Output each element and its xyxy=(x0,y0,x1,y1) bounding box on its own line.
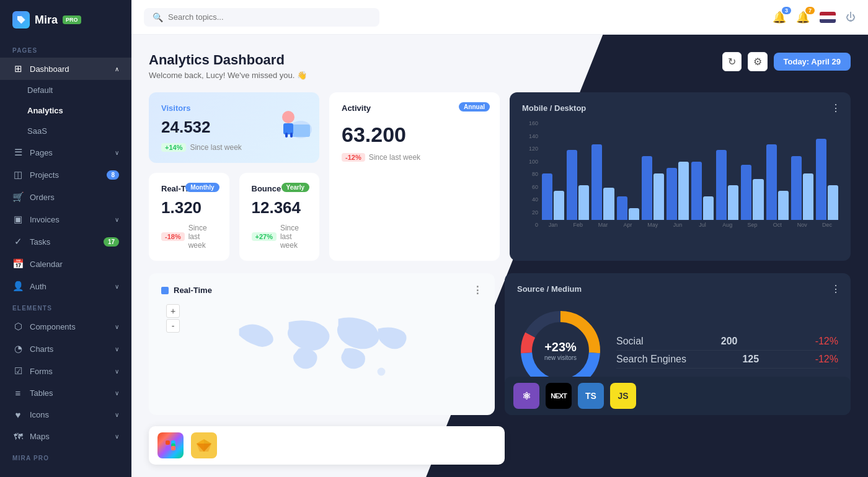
sidebar-item-tasks[interactable]: ✓ Tasks 17 xyxy=(0,230,131,253)
map-label: Real-Time xyxy=(174,286,212,295)
second-row: Real-Time ⋮ + - xyxy=(149,273,851,415)
sidebar-item-default[interactable]: Default xyxy=(0,80,131,100)
sidebar-label-invoices: Invoices xyxy=(30,215,60,224)
sidebar-item-pages[interactable]: ☰ Pages ∨ xyxy=(0,141,131,164)
visitors-card: Visitors 24.532 +14% Since last week xyxy=(149,92,319,163)
visitors-pct: +14% xyxy=(161,143,186,152)
search-box[interactable]: 🔍 xyxy=(144,8,379,27)
sidebar-label-calendar: Calendar xyxy=(30,260,63,269)
sidebar-item-projects[interactable]: ◫ Projects 8 xyxy=(0,164,131,186)
svg-point-6 xyxy=(378,368,386,376)
source-table: Social 200 -12% Search Engines 125 -12% xyxy=(616,333,838,369)
forms-icon: ☑ xyxy=(12,365,24,377)
realtime-map-card: Real-Time ⋮ + - xyxy=(149,273,495,415)
bar-desktop xyxy=(791,156,802,220)
filter-button[interactable]: ⚙ xyxy=(748,52,768,71)
chart-menu-button[interactable]: ⋮ xyxy=(831,102,841,114)
charts-icon: ◔ xyxy=(12,343,24,354)
sidebar-item-invoices[interactable]: ▣ Invoices ∨ xyxy=(0,208,131,230)
svg-rect-4 xyxy=(285,133,288,138)
page-title: Analytics Dashboard xyxy=(149,52,307,68)
source-val-search: 125 xyxy=(742,354,759,365)
icons-icon: ♥ xyxy=(12,409,24,420)
svg-rect-5 xyxy=(290,133,293,138)
date-button[interactable]: Today: April 29 xyxy=(774,53,851,71)
sidebar-item-components[interactable]: ⬡ Components ∨ xyxy=(0,315,131,338)
sidebar-item-analytics[interactable]: Analytics xyxy=(0,100,131,121)
power-button[interactable]: ⏻ xyxy=(846,12,856,23)
sidebar: Mira PRO PAGES ⊞ Dashboard ∧ Default Ana… xyxy=(0,0,131,477)
bar-desktop xyxy=(591,144,602,220)
bar-group: Jul xyxy=(691,162,714,228)
alerts-button[interactable]: 🔔 7 xyxy=(796,11,810,24)
bar-month-label: Jan xyxy=(549,222,558,228)
refresh-button[interactable]: ↻ xyxy=(722,52,742,71)
svg-rect-1 xyxy=(291,125,310,137)
source-name-search: Search Engines xyxy=(616,354,686,365)
sidebar-label-pages: Pages xyxy=(30,148,53,157)
bar-group: Aug xyxy=(716,150,738,228)
app-logo: Mira PRO xyxy=(0,0,131,40)
sidebar-item-charts[interactable]: ◔ Charts ∨ xyxy=(0,338,131,360)
sidebar-item-saas[interactable]: SaaS xyxy=(0,121,131,141)
tech-redux-icon: ⚛ xyxy=(513,383,539,409)
donut-label: new visitors xyxy=(544,354,577,361)
bar-group: Sep xyxy=(741,165,763,228)
sidebar-label-icons: Icons xyxy=(30,410,49,419)
sidebar-label-auth: Auth xyxy=(30,282,46,291)
auth-icon: 👤 xyxy=(12,281,24,292)
bar-mobile xyxy=(554,191,564,220)
bar-desktop xyxy=(642,156,652,220)
sidebar-item-orders[interactable]: 🛒 Orders xyxy=(0,186,131,208)
mobile-desktop-card: Mobile / Desktop ⋮ 160 140 120 100 80 60… xyxy=(510,92,851,261)
notifications-button[interactable]: 🔔 3 xyxy=(773,11,786,24)
bar-month-label: Feb xyxy=(574,222,583,228)
sidebar-item-calendar[interactable]: 📅 Calendar xyxy=(0,253,131,275)
app-name: Mira xyxy=(35,14,58,27)
sidebar-item-auth[interactable]: 👤 Auth ∨ xyxy=(0,275,131,297)
source-val-social: 200 xyxy=(721,336,738,347)
dashboard-header: Analytics Dashboard Welcome back, Lucy! … xyxy=(149,52,851,80)
svg-rect-11 xyxy=(166,440,170,445)
sidebar-item-dashboard[interactable]: ⊞ Dashboard ∧ xyxy=(0,58,131,80)
logo-icon xyxy=(12,11,30,28)
sidebar-label-tasks: Tasks xyxy=(30,237,50,247)
orders-icon: 🛒 xyxy=(12,191,24,203)
sidebar-item-tables[interactable]: ≡ Tables ∨ xyxy=(0,382,131,404)
bar-group: Nov xyxy=(791,156,813,228)
sidebar-item-maps[interactable]: 🗺 Maps ∨ xyxy=(0,426,131,447)
map-zoom-out[interactable]: - xyxy=(166,319,180,333)
activity-value: 63.200 xyxy=(342,123,487,147)
tables-icon: ≡ xyxy=(12,388,24,398)
bar-chart-container: 160 140 120 100 80 60 40 20 0 JanFebMarA… xyxy=(522,120,838,238)
bar-group: Apr xyxy=(617,196,639,228)
bar-mobile xyxy=(678,162,689,220)
sidebar-item-forms[interactable]: ☑ Forms ∨ xyxy=(0,360,131,382)
bounce-badge: Yearly xyxy=(281,183,309,192)
sidebar-label-orders: Orders xyxy=(30,193,55,202)
bar-month-label: Nov xyxy=(797,222,807,228)
tech-stack-right: ⚛ NEXT TS JS xyxy=(505,377,851,415)
activity-card: Activity Annual 63.200 -12% Since last w… xyxy=(329,92,500,261)
search-input[interactable] xyxy=(168,12,371,22)
section-label-pages: PAGES xyxy=(0,40,131,58)
svg-rect-12 xyxy=(166,446,170,450)
map-menu-button[interactable]: ⋮ xyxy=(472,284,482,296)
bar-group: Mar xyxy=(591,144,614,228)
bar-group: Feb xyxy=(567,150,589,228)
bar-month-label: Apr xyxy=(624,222,632,228)
bar-desktop xyxy=(567,150,577,220)
bar-mobile xyxy=(703,196,714,220)
icons-chevron-icon: ∨ xyxy=(115,411,119,418)
svg-rect-15 xyxy=(171,446,175,450)
source-medium-title: Source / Medium xyxy=(517,284,838,294)
map-zoom-in[interactable]: + xyxy=(166,304,180,318)
pages-chevron-icon: ∨ xyxy=(115,149,119,156)
language-selector[interactable] xyxy=(820,12,836,23)
sidebar-item-icons[interactable]: ♥ Icons ∨ xyxy=(0,404,131,426)
sidebar-label-forms: Forms xyxy=(30,367,53,376)
sidebar-label-saas: SaaS xyxy=(27,126,47,136)
activity-change-label: Since last week xyxy=(369,153,420,162)
bar-month-label: Sep xyxy=(747,222,757,228)
source-menu-button[interactable]: ⋮ xyxy=(831,283,841,295)
